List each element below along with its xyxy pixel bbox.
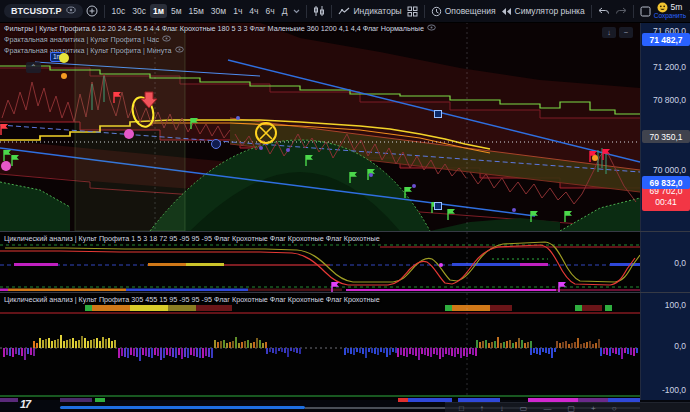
level-price-badge: 70 350,1 (642, 130, 690, 143)
bottom-tool-icon[interactable]: □ (459, 404, 464, 412)
strip-segment (60, 398, 92, 402)
divider (633, 5, 634, 18)
layout-button[interactable] (638, 5, 653, 18)
price-tick: 70 800,0 (653, 95, 686, 105)
tradingview-logo[interactable]: 17 (20, 398, 30, 410)
top-toolbar: BTCUSDT.P 10с 30с 1м 5м 15м 30м 1ч 4ч 6ч… (0, 0, 690, 23)
hist-scale-max: 100,0 (665, 300, 686, 310)
reset-scale-button[interactable]: − (619, 27, 633, 38)
visibility-eye-icon[interactable] (427, 24, 436, 33)
osc-scale-zero: 0,0 (674, 258, 686, 268)
visibility-eye-icon[interactable] (175, 46, 184, 55)
bottom-bar: 17 □ ↑ ↓ ▭ — ▢ + ○ (0, 400, 690, 412)
trading-terminal: BTCUSDT.P 10с 30с 1м 5м 15м 30м 1ч 4ч 6ч… (0, 0, 690, 412)
divider (591, 5, 592, 18)
indicators-label: Индикаторы (353, 6, 401, 16)
indicator-templates-button[interactable] (405, 5, 420, 18)
bottom-tool-icon[interactable]: ▭ (520, 404, 528, 412)
pane-separator[interactable] (0, 292, 690, 293)
legend-cyclic-2[interactable]: Циклический анализ | Культ Профита 305 4… (4, 295, 380, 304)
divider (331, 5, 332, 18)
histogram-canvas (0, 293, 640, 400)
bottom-tool-icon[interactable]: — (543, 404, 551, 412)
layout-name-label: 5m (670, 3, 682, 12)
last-price-badge: 71 482,7 (642, 33, 690, 46)
compare-add-button[interactable] (84, 4, 100, 18)
alerts-label: Оповещения (445, 6, 496, 16)
countdown-timer: 00:41 (642, 197, 690, 208)
divider (424, 5, 425, 18)
tf-30s[interactable]: 30с (129, 4, 149, 18)
price-scale[interactable]: 71 600,0 71 200,0 70 800,0 70 000,0 71 4… (640, 22, 690, 400)
strip-segment (0, 398, 18, 402)
divider (104, 5, 105, 18)
price-tick: 71 200,0 (653, 62, 686, 72)
symbol-button[interactable]: BTCUSDT.P (4, 4, 83, 18)
bottom-toolbar[interactable]: □ ↑ ↓ ▭ — ▢ + ○ (445, 402, 690, 412)
tf-1h[interactable]: 1ч (230, 4, 245, 18)
line-label-1m: 1m (50, 52, 65, 62)
market-simulator-button[interactable]: Симулятор рынка (499, 5, 587, 17)
legend-filters-text: Фильтры | Культ Профита 6 12 20 24 2 45 … (4, 24, 424, 33)
legend-fractal-hour-text: Фрактальная аналитика | Культ Профита | … (4, 35, 159, 44)
bottom-tool-icon[interactable]: ○ (612, 404, 617, 412)
tf-15m[interactable]: 15м (186, 4, 207, 18)
legend-filters[interactable]: Фильтры | Культ Профита 6 12 20 24 2 45 … (4, 24, 436, 33)
symbol-label: BTCUSDT.P (11, 6, 62, 16)
legend-cyclic-1[interactable]: Циклический анализ | Культ Профита 1 5 3… (4, 234, 380, 243)
alert-price-badge: 69 832,0 (642, 176, 690, 189)
alerts-button[interactable]: Оповещения (429, 5, 498, 18)
chart-style-candles-button[interactable] (311, 4, 327, 18)
legend-cyclic-1-text: Циклический анализ | Культ Профита 1 5 3… (4, 234, 380, 243)
saved-layout-button[interactable]: 5m Сохранить (654, 2, 686, 20)
collapse-legend-button[interactable]: ⌃ (26, 62, 41, 73)
divider (306, 5, 307, 18)
tf-5m[interactable]: 5м (168, 4, 185, 18)
hist-scale-zero: 0,0 (674, 341, 686, 351)
tf-1m-active[interactable]: 1м (150, 4, 167, 18)
bottom-tool-icon[interactable]: ▢ (567, 404, 575, 412)
tf-1d[interactable]: Д (279, 4, 291, 18)
bottom-tool-icon[interactable]: ↑ (480, 404, 484, 412)
tf-4h[interactable]: 4ч (246, 4, 261, 18)
indicators-button[interactable]: Индикаторы (336, 5, 403, 18)
legend-cyclic-2-text: Циклический анализ | Культ Профита 305 4… (4, 295, 380, 304)
timeframe-dropdown-icon[interactable] (291, 8, 302, 15)
legend-fractal-hour[interactable]: Фрактальная аналитика | Культ Профита | … (4, 35, 171, 44)
market-simulator-label: Симулятор рынка (515, 6, 585, 16)
scroll-to-recent-button[interactable]: ↓ (602, 27, 616, 38)
redo-button[interactable] (613, 6, 629, 17)
bottom-tool-icon[interactable]: ↓ (500, 404, 504, 412)
strip-segment (95, 398, 105, 402)
symbol-eye-icon[interactable] (66, 6, 76, 16)
legend-fractal-minute[interactable]: Фрактальная аналитика | Культ Профита | … (4, 46, 184, 55)
oscillator-pane[interactable]: Циклический анализ | Культ Профита 1 5 3… (0, 232, 640, 291)
bottom-tool-icon[interactable]: + (591, 404, 596, 412)
visibility-eye-icon[interactable] (162, 35, 171, 44)
main-chart-pane[interactable]: Фильтры | Культ Профита 6 12 20 24 2 45 … (0, 22, 640, 231)
histogram-pane[interactable]: Циклический анализ | Культ Профита 305 4… (0, 293, 640, 400)
pane-separator[interactable] (0, 231, 690, 232)
strip-segment (398, 398, 408, 402)
undo-button[interactable] (596, 6, 612, 17)
hist-scale-min: -100,0 (662, 385, 686, 395)
tf-10s[interactable]: 10с (109, 4, 129, 18)
save-label: Сохранить (654, 13, 686, 20)
horizontal-scrollbar[interactable] (60, 406, 305, 409)
legend-fractal-minute-text: Фрактальная аналитика | Культ Профита | … (4, 46, 172, 55)
tf-30m[interactable]: 30м (208, 4, 229, 18)
tf-6h[interactable]: 6ч (262, 4, 277, 18)
price-tick: 70 000,0 (653, 165, 686, 175)
